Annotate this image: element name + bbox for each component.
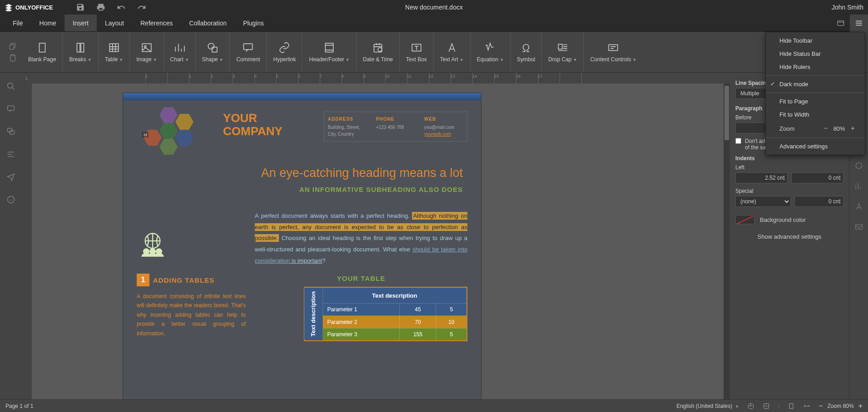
fit-page-icon[interactable] xyxy=(788,402,795,410)
menu-zoom-in[interactable]: + xyxy=(848,124,858,132)
menu-home[interactable]: Home xyxy=(31,15,64,31)
doc-title: New document.docx xyxy=(405,4,463,11)
ribbon-table[interactable]: Table▼ xyxy=(99,32,130,72)
globe-people-icon xyxy=(137,231,169,258)
main-area: L 11234567891011121314151617 xyxy=(0,73,868,399)
indent-right-input[interactable] xyxy=(791,172,843,183)
redo-icon[interactable] xyxy=(137,3,146,12)
svg-rect-12 xyxy=(212,47,217,52)
svg-rect-5 xyxy=(39,43,45,52)
shape-settings-icon[interactable] xyxy=(854,161,863,170)
editor-area: L 11234567891011121314151617 xyxy=(22,73,730,399)
svg-rect-19 xyxy=(609,44,618,50)
user-name[interactable]: John Smith xyxy=(832,4,863,11)
open-file-location-icon[interactable] xyxy=(832,15,850,32)
doc-subheading: AN INFORMATIVE SUBHEADING ALSO DOES xyxy=(141,186,463,193)
svg-rect-4 xyxy=(11,54,14,55)
svg-rect-6 xyxy=(77,43,80,52)
comments-icon[interactable] xyxy=(6,104,15,113)
bg-color-swatch[interactable] xyxy=(735,215,754,224)
ribbon-text-art[interactable]: Text Art▼ xyxy=(434,32,471,72)
print-icon[interactable] xyxy=(96,3,105,12)
chart-settings-icon[interactable] xyxy=(854,181,863,191)
spellcheck-icon[interactable] xyxy=(747,402,754,410)
ruler-corner[interactable]: L xyxy=(22,73,32,83)
special-amount-input[interactable] xyxy=(794,196,843,207)
menu-zoom-out[interactable]: − xyxy=(821,124,830,132)
svg-rect-37 xyxy=(789,403,793,408)
navigation-icon[interactable] xyxy=(6,150,15,159)
page-indicator[interactable]: Page 1 of 1 xyxy=(5,403,33,409)
zoom-out-button[interactable]: − xyxy=(818,402,823,410)
ribbon-symbol[interactable]: Symbol xyxy=(511,32,542,72)
chat-icon[interactable] xyxy=(6,127,15,136)
menu-hide-status[interactable]: Hide Status Bar xyxy=(766,47,865,60)
ribbon: Blank Page Breaks▼ Table▼ Image▼ Chart▼ … xyxy=(0,32,868,73)
mail-merge-icon[interactable] xyxy=(854,222,863,231)
doc-table: Text descriptionText description Paramet… xyxy=(304,287,467,341)
copy-icon[interactable] xyxy=(9,42,17,50)
menu-fit-page[interactable]: Fit to Page xyxy=(766,95,865,108)
search-icon[interactable] xyxy=(6,82,15,91)
menu-collaboration[interactable]: Collaboration xyxy=(181,15,235,31)
logo-icon xyxy=(5,3,13,11)
ribbon-hyperlink[interactable]: Hyperlink xyxy=(267,32,303,72)
view-settings-icon[interactable] xyxy=(850,15,868,32)
title-bar: ONLYOFFICE New document.docx John Smith xyxy=(0,0,868,15)
ribbon-text-box[interactable]: Text Box xyxy=(400,32,434,72)
text-art-settings-icon[interactable] xyxy=(854,202,863,211)
svg-rect-13 xyxy=(244,44,253,49)
menu-layout[interactable]: Layout xyxy=(97,15,132,31)
about-icon[interactable] xyxy=(6,195,15,204)
ribbon-blank-page[interactable]: Blank Page xyxy=(22,32,63,72)
svg-point-11 xyxy=(208,43,214,49)
ribbon-equation[interactable]: Equation▼ xyxy=(471,32,511,72)
menu-insert[interactable]: Insert xyxy=(64,15,97,31)
ribbon-drop-cap[interactable]: Drop Cap▼ xyxy=(542,32,584,72)
menu-hide-toolbar[interactable]: Hide Toolbar xyxy=(766,34,865,47)
menu-dark-mode[interactable]: Dark mode xyxy=(766,78,865,91)
ribbon-breaks[interactable]: Breaks▼ xyxy=(63,32,98,72)
ribbon-date-time[interactable]: Date & Time xyxy=(357,32,400,72)
document-page[interactable]: M YOUR COMPANY ADDRESSBuilding, Street, … xyxy=(123,93,481,399)
indent-left-input[interactable] xyxy=(735,172,788,183)
fit-width-icon[interactable] xyxy=(803,402,810,410)
view-settings-menu: Hide Toolbar Hide Status Bar Hide Rulers… xyxy=(765,32,865,155)
status-bar: Page 1 of 1 English (United States) ▼ | … xyxy=(0,399,868,412)
undo-icon[interactable] xyxy=(117,3,126,12)
menu-advanced-settings[interactable]: Advanced settings xyxy=(766,140,865,153)
svg-point-16 xyxy=(378,48,382,52)
app-logo: ONLYOFFICE xyxy=(5,3,53,11)
svg-rect-14 xyxy=(325,43,333,52)
menu-file[interactable]: File xyxy=(5,15,31,31)
feedback-icon[interactable] xyxy=(6,172,15,181)
ribbon-chart[interactable]: Chart▼ xyxy=(164,32,196,72)
ribbon-content-controls[interactable]: Content Controls▼ xyxy=(584,32,643,72)
menu-hide-rulers[interactable]: Hide Rulers xyxy=(766,60,865,74)
ribbon-comment[interactable]: Comment xyxy=(230,32,267,72)
page-container[interactable]: M YOUR COMPANY ADDRESSBuilding, Street, … xyxy=(32,83,730,399)
zoom-in-button[interactable]: + xyxy=(858,402,863,410)
menu-fit-width[interactable]: Fit to Width xyxy=(766,108,865,121)
scrollbar-vertical[interactable] xyxy=(724,83,730,399)
save-icon[interactable] xyxy=(76,3,85,12)
dont-add-checkbox[interactable] xyxy=(735,138,741,144)
menu-bar: File Home Insert Layout References Colla… xyxy=(0,15,868,32)
ribbon-header-footer[interactable]: Header/Footer▼ xyxy=(303,32,356,72)
svg-rect-21 xyxy=(8,106,15,110)
ruler-horizontal[interactable]: 11234567891011121314151617 xyxy=(32,73,730,83)
track-changes-icon[interactable] xyxy=(763,402,770,410)
svg-rect-34 xyxy=(855,225,862,229)
special-select[interactable]: (none) xyxy=(735,196,791,207)
ruler-vertical[interactable] xyxy=(22,83,32,399)
svg-rect-2 xyxy=(10,44,14,49)
advanced-settings-link[interactable]: Show advanced settings xyxy=(735,233,843,240)
menu-references[interactable]: References xyxy=(132,15,181,31)
menu-plugins[interactable]: Plugins xyxy=(235,15,272,31)
ribbon-shape[interactable]: Shape▼ xyxy=(196,32,230,72)
paste-icon[interactable] xyxy=(9,54,17,62)
svg-point-33 xyxy=(856,162,862,168)
zoom-level[interactable]: Zoom 80% xyxy=(828,403,854,409)
ribbon-image[interactable]: Image▼ xyxy=(130,32,164,72)
language-selector[interactable]: English (United States) ▼ xyxy=(676,403,739,409)
